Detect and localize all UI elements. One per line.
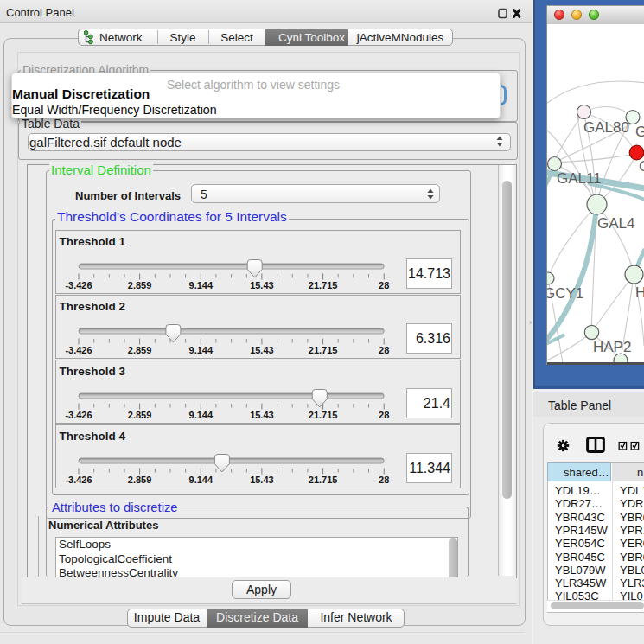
- svg-text:-3.426: -3.426: [65, 345, 92, 355]
- svg-text:21.715: 21.715: [309, 410, 338, 420]
- svg-text:9.144: 9.144: [189, 410, 214, 420]
- svg-text:GAL80: GAL80: [583, 119, 629, 136]
- svg-text:-3.426: -3.426: [65, 280, 92, 290]
- svg-text:15.43: 15.43: [250, 410, 274, 420]
- svg-text:15.43: 15.43: [250, 475, 274, 485]
- svg-text:28: 28: [379, 410, 389, 420]
- svg-text:15.43: 15.43: [250, 280, 274, 290]
- svg-text:2.859: 2.859: [128, 410, 152, 420]
- svg-text:2.859: 2.859: [128, 280, 152, 290]
- svg-text:9.144: 9.144: [189, 345, 214, 355]
- svg-text:2.859: 2.859: [128, 345, 152, 355]
- svg-text:28: 28: [379, 475, 389, 485]
- svg-text:21.715: 21.715: [309, 280, 338, 290]
- svg-text:-3.426: -3.426: [65, 475, 92, 485]
- svg-text:H: H: [635, 284, 644, 301]
- svg-text:28: 28: [379, 280, 389, 290]
- svg-text:GA: GA: [635, 124, 644, 140]
- svg-text:21.715: 21.715: [309, 345, 338, 355]
- svg-text:HAP2: HAP2: [593, 339, 631, 355]
- svg-text:9.144: 9.144: [189, 475, 214, 485]
- svg-text:C: C: [639, 158, 644, 175]
- svg-text:28: 28: [379, 345, 389, 355]
- svg-text:GCY1: GCY1: [546, 285, 583, 302]
- svg-text:9.144: 9.144: [189, 280, 214, 290]
- svg-text:15.43: 15.43: [250, 345, 274, 355]
- svg-text:21.715: 21.715: [309, 475, 338, 485]
- svg-text:GAL4: GAL4: [597, 215, 634, 232]
- svg-text:2.859: 2.859: [128, 475, 152, 485]
- svg-text:-3.426: -3.426: [65, 410, 92, 420]
- svg-text:GAL11: GAL11: [557, 170, 602, 187]
